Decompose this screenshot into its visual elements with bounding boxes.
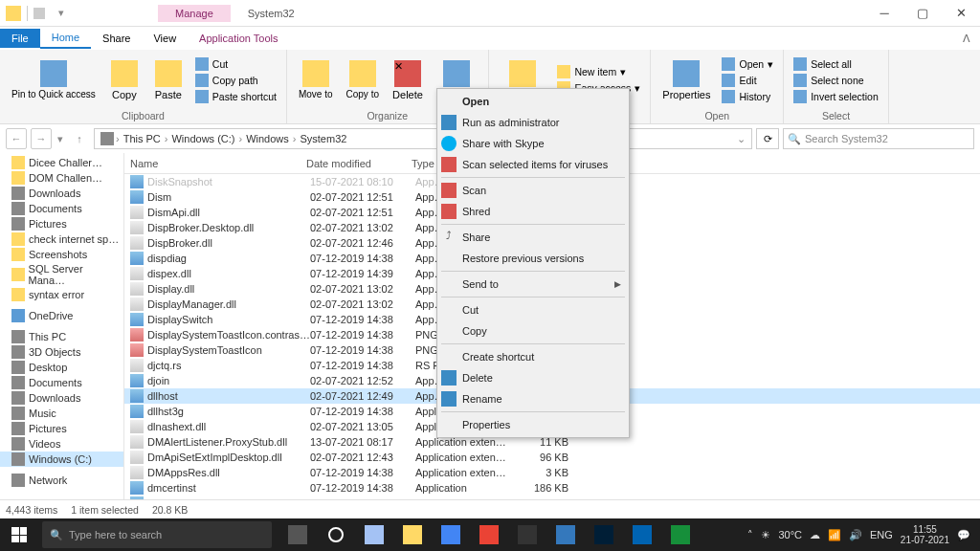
breadcrumb-seg[interactable]: System32 [298,133,348,144]
breadcrumb-dropdown-icon[interactable]: ⌄ [737,133,746,145]
weather-temp[interactable]: 30°C [778,529,802,540]
ctx-properties[interactable]: Properties [437,414,629,435]
cortana-button[interactable] [318,518,354,551]
clock[interactable]: 11:55 21-07-2021 [901,524,949,545]
file-menu[interactable]: File [0,29,40,48]
ctx-delete[interactable]: Delete [437,367,629,388]
ctx-run-as-admin[interactable]: Run as administrator [437,112,629,133]
properties-button[interactable]: Properties [658,52,714,108]
app-icon[interactable] [433,518,469,551]
open-button[interactable]: Open ▾ [720,56,775,72]
ctx-scan-virus[interactable]: Scan selected items for viruses [437,154,629,175]
invert-selection-button[interactable]: Invert selection [791,89,880,104]
col-date-header[interactable]: Date modified [306,158,412,169]
paste-shortcut-button[interactable]: Paste shortcut [193,89,278,104]
language-indicator[interactable]: ENG [870,529,893,540]
nav-item[interactable]: DOM Challen… [0,170,123,186]
close-button[interactable]: ✕ [942,0,980,27]
app-icon[interactable] [547,518,584,551]
back-button[interactable]: ← [6,128,27,149]
start-button[interactable] [0,518,38,551]
nav-item[interactable]: Dicee Challer… [0,155,123,170]
qat-dropdown-icon[interactable] [33,8,45,19]
nav-item[interactable]: Windows (C:) [0,452,123,467]
move-to-button[interactable]: Move to [295,52,337,108]
pin-button[interactable]: Pin to Quick access [8,52,100,108]
nav-item[interactable]: Network [0,473,123,488]
share-tab[interactable]: Share [91,29,142,48]
search-input[interactable]: 🔍 Search System32 [783,128,974,149]
copy-button[interactable]: Copy [105,52,144,108]
breadcrumb-seg[interactable]: Windows (C:) [169,133,236,144]
history-button[interactable]: History [720,89,775,104]
file-row[interactable]: DMAppsRes.dll 07-12-2019 14:38 Applicati… [124,465,980,480]
file-row[interactable]: dmcfghost 07-12-2019 14:38 Application 3… [124,496,980,499]
ctx-restore[interactable]: Restore previous versions [437,248,629,269]
nav-item[interactable]: Downloads [0,390,123,406]
nav-item[interactable]: check internet sp… [0,231,123,247]
forward-button[interactable]: → [31,128,52,149]
app-tools-tab[interactable]: Application Tools [188,29,289,48]
nav-item[interactable]: Downloads [0,186,123,201]
refresh-button[interactable]: ⟳ [756,128,779,149]
ctx-shortcut[interactable]: Create shortcut [437,346,629,367]
ctx-share[interactable]: ⤴Share [437,227,629,248]
nav-item[interactable]: Screenshots [0,247,123,262]
select-none-button[interactable]: Select none [791,73,880,88]
nav-item[interactable]: SQL Server Mana… [0,262,123,287]
app-icon[interactable] [471,518,507,551]
copy-path-button[interactable]: Copy path [193,73,278,88]
file-row[interactable]: dmcertinst 07-12-2019 14:38 Application … [124,480,980,496]
nav-item[interactable]: Pictures [0,216,123,231]
up-button[interactable]: ↑ [69,128,90,149]
ctx-skype[interactable]: Share with Skype [437,133,629,154]
notifications-icon[interactable]: 💬 [957,529,970,541]
nav-item[interactable]: 3D Objects [0,344,123,360]
tray-icon[interactable]: 🔊 [849,529,862,541]
app-icon[interactable] [624,518,660,551]
maximize-button[interactable]: ▢ [903,0,942,27]
ctx-copy[interactable]: Copy [437,320,629,342]
ctx-shred[interactable]: Shred [437,201,629,222]
app-icon[interactable] [509,518,546,551]
nav-item[interactable]: Videos [0,436,123,452]
tray-icon[interactable]: ☀ [761,529,770,541]
qat-more[interactable]: ▾ [58,7,64,19]
nav-item[interactable]: Documents [0,201,123,216]
nav-item[interactable]: This PC [0,329,123,344]
ctx-cut[interactable]: Cut [437,299,629,320]
view-tab[interactable]: View [142,29,188,48]
manage-tab[interactable]: Manage [158,5,231,22]
copy-to-button[interactable]: Copy to [343,52,383,108]
ctx-send-to[interactable]: Send to▶ [437,274,629,295]
paste-button[interactable]: Paste [149,52,188,108]
tray-chevron-icon[interactable]: ˄ [747,529,753,541]
nav-item[interactable]: Music [0,406,123,421]
new-item-button[interactable]: New item ▾ [555,64,642,79]
nav-item[interactable]: Desktop [0,360,123,375]
nav-item[interactable]: syntax error [0,287,123,302]
nav-item[interactable]: Documents [0,375,123,390]
ribbon-collapse-icon[interactable]: ᐱ [953,33,980,45]
nav-item[interactable]: OneDrive [0,308,123,323]
minimize-button[interactable]: ─ [865,0,903,27]
file-row[interactable]: DmApiSetExtImplDesktop.dll 02-07-2021 12… [124,450,980,465]
ctx-open[interactable]: Open [437,91,629,112]
ctx-rename[interactable]: Rename [437,388,629,409]
tray-icon[interactable]: 📶 [828,529,841,541]
ctx-scan[interactable]: Scan [437,180,629,201]
app-icon[interactable] [394,518,431,551]
nav-item[interactable]: Pictures [0,421,123,436]
app-icon[interactable] [356,518,392,551]
app-icon[interactable] [662,518,699,551]
select-all-button[interactable]: Select all [791,56,880,72]
col-name-header[interactable]: Name [124,158,306,169]
navigation-pane[interactable]: Dicee Challer…DOM Challen…DownloadsDocum… [0,153,124,499]
app-icon[interactable] [586,518,622,551]
breadcrumb-seg[interactable]: Windows [244,133,291,144]
cut-button[interactable]: Cut [193,56,278,72]
edit-button[interactable]: Edit [720,73,775,88]
tray-icon[interactable]: ☁ [810,529,820,541]
history-dropdown-icon[interactable]: ▾ [56,133,65,145]
task-view-button[interactable] [279,518,316,551]
